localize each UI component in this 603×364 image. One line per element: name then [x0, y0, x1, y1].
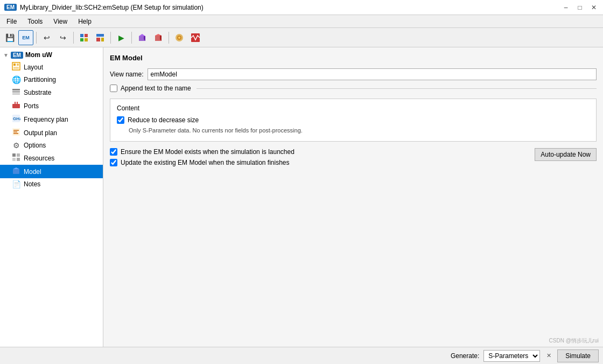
toolbar-sep-3 [110, 32, 111, 44]
content-section-label: Content [117, 104, 590, 112]
svg-rect-23 [12, 93, 20, 95]
sidebar-item-resources[interactable]: Resources [0, 151, 103, 165]
toolbar-redo[interactable]: ↪ [55, 30, 71, 45]
ensure-checkbox[interactable] [110, 148, 117, 156]
sidebar-group-header[interactable]: ▼ EM Mom uW [0, 50, 103, 60]
menu-help[interactable]: Help [74, 17, 96, 26]
toolbar-em[interactable]: EM [18, 30, 33, 45]
close-button[interactable]: ✕ [589, 3, 599, 12]
sidebar-group-label: Mom uW [25, 51, 52, 59]
sidebar-label-layout: Layout [24, 64, 43, 71]
toolbar-save[interactable]: 💾 [2, 30, 17, 45]
toolbar-run[interactable]: ▶ [114, 30, 129, 45]
substrate-icon [12, 87, 20, 97]
toolbar-sep-1 [36, 32, 37, 44]
title-text: MyLibrary_Divider_lib:SCH2:emSetup (EM S… [20, 4, 204, 11]
sidebar-label-resources: Resources [24, 155, 54, 162]
svg-rect-21 [12, 89, 20, 90]
svg-rect-33 [12, 153, 16, 157]
menu-tools[interactable]: Tools [23, 17, 47, 26]
em-badge-title: EM [4, 4, 17, 11]
minimize-button[interactable]: – [561, 3, 571, 12]
sidebar-item-partitioning[interactable]: 🌐 Partitioning [0, 74, 103, 86]
svg-rect-25 [15, 102, 16, 104]
sidebar-label-ports: Ports [24, 102, 39, 110]
update-row: Update the existing EM Model when the si… [110, 159, 530, 166]
svg-rect-34 [17, 153, 20, 157]
reduce-label: Reduce to decrease size [128, 116, 199, 124]
partitioning-icon: 🌐 [12, 75, 20, 84]
svg-rect-26 [17, 102, 18, 104]
svg-rect-35 [12, 158, 16, 161]
ports-icon [12, 101, 20, 111]
svg-marker-11 [155, 34, 162, 36]
restore-button[interactable]: □ [575, 3, 585, 12]
reduce-row: Reduce to decrease size [117, 116, 590, 124]
sidebar-label-notes: Notes [24, 180, 40, 188]
svg-rect-22 [12, 91, 20, 93]
sidebar-item-layout[interactable]: Layout [0, 60, 103, 74]
section-title: EM Model [110, 54, 597, 62]
svg-marker-38 [13, 167, 19, 169]
toolbar-setup2[interactable] [93, 30, 108, 45]
sidebar-item-options[interactable]: ⚙ Options [0, 139, 103, 151]
menu-view[interactable]: View [49, 17, 72, 26]
svg-marker-8 [139, 34, 145, 36]
sidebar-item-frequency-plan[interactable]: GHz Frequency plan [0, 113, 103, 126]
view-name-label: View name: [110, 71, 143, 78]
svg-point-15 [178, 37, 180, 39]
reduce-hint: Only S-Parameter data. No currents nor f… [129, 127, 590, 134]
generate-close-btn[interactable]: ✕ [544, 352, 553, 360]
notes-icon: 📄 [12, 180, 20, 188]
toolbar-undo[interactable]: ↩ [39, 30, 54, 45]
sidebar-item-notes[interactable]: 📄 Notes [0, 178, 103, 190]
model-icon [12, 166, 20, 177]
sidebar-label-substrate: Substrate [24, 89, 51, 96]
update-checkbox[interactable] [110, 159, 117, 166]
simulate-button[interactable]: Simulate [557, 349, 599, 362]
menu-bar: File Tools View Help [0, 15, 603, 28]
sidebar-item-substrate[interactable]: Substrate [0, 86, 103, 99]
svg-rect-6 [101, 38, 104, 41]
reduce-checkbox[interactable] [117, 116, 124, 124]
svg-rect-36 [17, 158, 20, 161]
sidebar-item-output-plan[interactable]: Output plan [0, 126, 103, 139]
ensure-row: Ensure the EM Model exists when the simu… [110, 148, 530, 156]
svg-rect-2 [80, 38, 83, 41]
view-name-input[interactable] [148, 68, 597, 80]
svg-rect-1 [85, 34, 88, 37]
view-name-row: View name: [110, 68, 597, 80]
sidebar: ▼ EM Mom uW Layout 🌐 Partitioning Substr… [0, 47, 103, 347]
main-layout: ▼ EM Mom uW Layout 🌐 Partitioning Substr… [0, 47, 603, 347]
toolbar-sep-2 [73, 32, 74, 44]
sidebar-item-ports[interactable]: Ports [0, 99, 103, 113]
layout-icon [12, 62, 20, 72]
title-bar: EM MyLibrary_Divider_lib:SCH2:emSetup (E… [0, 0, 603, 15]
svg-rect-0 [80, 34, 83, 37]
toolbar-wave[interactable] [188, 30, 203, 45]
ensure-label: Ensure the EM Model exists when the simu… [121, 148, 295, 156]
auto-update-button[interactable]: Auto-update Now [535, 148, 597, 161]
svg-rect-24 [12, 104, 20, 108]
toolbar-sep-5 [169, 32, 169, 44]
freq-icon: GHz [12, 114, 20, 124]
toolbar: 💾 EM ↩ ↪ ▶ [0, 28, 603, 47]
generate-dropdown[interactable]: S-Parameters Currents Fields [483, 350, 540, 362]
menu-file[interactable]: File [2, 17, 21, 26]
toolbar-3dview[interactable] [135, 30, 150, 45]
sidebar-item-model[interactable]: Model [0, 165, 103, 178]
svg-rect-19 [17, 64, 19, 66]
svg-text:GHz: GHz [13, 116, 20, 121]
svg-rect-5 [96, 38, 100, 41]
title-left: EM MyLibrary_Divider_lib:SCH2:emSetup (E… [4, 4, 204, 11]
sidebar-label-options: Options [24, 142, 46, 149]
toolbar-setup1[interactable] [76, 30, 92, 45]
resources-icon [12, 153, 20, 163]
svg-rect-37 [13, 169, 19, 174]
toolbar-ports[interactable] [172, 30, 187, 45]
append-text-checkbox[interactable] [110, 85, 117, 92]
sidebar-em-badge: EM [11, 52, 23, 59]
svg-rect-18 [13, 64, 16, 66]
sidebar-label-partitioning: Partitioning [24, 76, 56, 83]
toolbar-model[interactable] [151, 30, 166, 45]
